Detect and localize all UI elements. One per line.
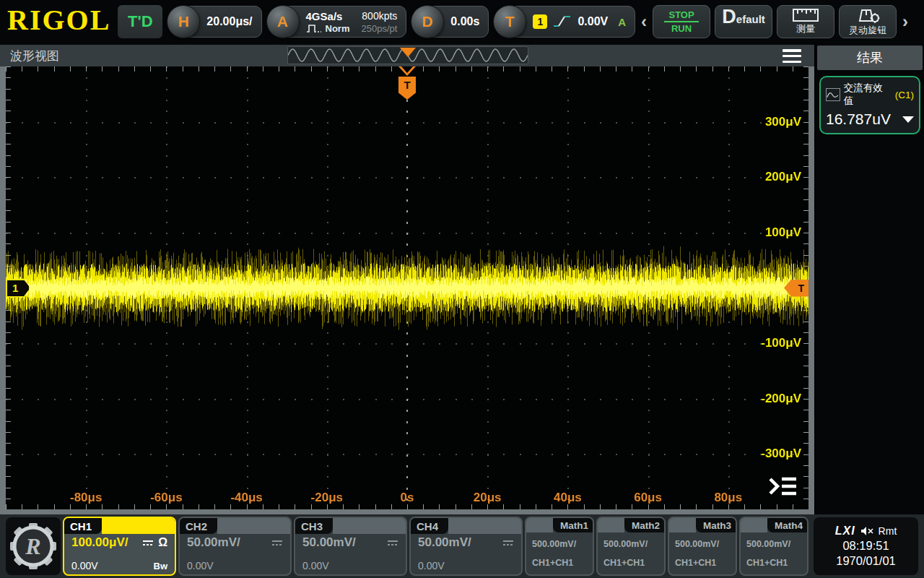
measurement-label: 交流有效值 (844, 82, 892, 108)
ch2-tab: CH2 (180, 518, 217, 534)
acquisition-knob[interactable]: A (266, 5, 300, 38)
math3-tab: Math3 (696, 518, 736, 532)
dc-coupling-icon (387, 538, 398, 547)
measure-label: 测量 (796, 22, 815, 35)
x-axis-label: 20μs (474, 491, 502, 505)
impedance-icon: Ω (158, 536, 167, 549)
math2-scale: 500.00mV/ (603, 539, 658, 549)
lxi-logo: LXI (835, 525, 855, 538)
math2-tab: Math2 (624, 518, 664, 532)
ch4-offset: 0.00V (418, 560, 445, 571)
ch4-scale: 50.00mV/ (418, 535, 471, 550)
channel-card-ch2[interactable]: CH2 50.00mV/ 0.00V (178, 517, 292, 576)
trigger-level-value: 0.00V (578, 15, 608, 28)
ruler-icon (793, 9, 819, 22)
x-axis-label: -80μs (70, 491, 102, 505)
trigger-group: T 1 0.00V A (493, 3, 635, 40)
math2-expression: CH1+CH1 (603, 558, 658, 568)
top-bar: RIGOL T'D H 20.00μs/ A 4GSa/s 800kpts (0, 0, 924, 43)
math1-scale: 500.00mV/ (532, 539, 587, 549)
horizontal-scale-value: 20.00μs/ (206, 15, 252, 28)
remote-indicator: Rmt (879, 525, 897, 537)
gear-icon: R (9, 522, 57, 570)
menu-icon[interactable] (783, 49, 801, 63)
nav-right-chevron[interactable]: › (901, 13, 910, 30)
delay-group: D 0.00s (411, 3, 489, 40)
math-card-math2[interactable]: Math2 500.00mV/ CH1+CH1 (596, 517, 666, 576)
ch1-tab: CH1 (64, 518, 102, 534)
quick-knob-label: 灵动旋钮 (849, 24, 886, 37)
math-card-math4[interactable]: Math4 500.00mV/ CH1+CH1 (739, 517, 808, 576)
knob-icon (855, 7, 880, 23)
trigger-sweep-mode: A (618, 16, 626, 28)
rigol-logo: RIGOL (4, 6, 113, 38)
sample-rate: 4GSa/s (306, 10, 350, 22)
trigger-status-indicator[interactable]: T'D (118, 5, 162, 38)
left-rail (0, 66, 6, 509)
x-axis-label: -20μs (311, 491, 343, 505)
default-button[interactable]: Default (715, 5, 772, 38)
stop-label: STOP (664, 9, 698, 22)
bottom-bar: R CH1 100.00μV/ Ω (0, 514, 924, 578)
x-axis-label: 40μs (554, 491, 582, 505)
channel-card-ch1[interactable]: CH1 100.00μV/ Ω 0.00V Bw (63, 517, 176, 576)
x-axis-label: 0s (401, 491, 414, 505)
ch3-tab: CH3 (295, 518, 333, 534)
right-rail (808, 66, 814, 509)
graticule: 300μV 200μV 100μV -100μV -200μV -300μV -… (0, 66, 814, 514)
y-axis-label: -300μV (761, 447, 801, 461)
resolution: 250ps/pt (361, 23, 397, 34)
math-card-math1[interactable]: Math1 500.00mV/ CH1+CH1 (525, 517, 594, 576)
trigger-pill[interactable]: 1 0.00V A (510, 6, 635, 38)
trigger-flag: T (398, 77, 416, 100)
sound-muted-icon (860, 526, 873, 536)
y-axis-label: 200μV (765, 170, 801, 184)
measurement-value: 16.787uV (826, 111, 891, 128)
channel-card-ch3[interactable]: CH3 50.00mV/ 0.00V (294, 517, 407, 576)
waveform-preview-strip[interactable] (287, 46, 528, 64)
waveform-view-header: 波形视图 (0, 45, 814, 66)
measurement-card[interactable]: 交流有效值(C1) 16.787uV (819, 76, 920, 134)
preview-trigger-position-icon[interactable] (400, 48, 416, 57)
ch2-scale: 50.00mV/ (187, 535, 240, 550)
results-title: 结果 (817, 46, 923, 70)
x-axis-label: 80μs (714, 491, 742, 505)
trigger-position-marker[interactable]: T (398, 66, 417, 100)
measurement-waveform-icon (826, 88, 840, 101)
dropdown-caret-icon[interactable] (902, 116, 914, 123)
measurement-source: (C1) (895, 90, 914, 100)
quick-knob-button[interactable]: 灵动旋钮 (839, 5, 897, 38)
ch3-offset: 0.00V (302, 560, 329, 571)
acquisition-mode: Norm (326, 23, 350, 34)
waveform-view: 波形视图 (0, 43, 814, 514)
y-axis-label: -200μV (761, 392, 801, 406)
pulse-icon (306, 23, 322, 33)
rigol-gear-logo[interactable]: R (6, 517, 61, 575)
svg-text:R: R (25, 533, 40, 559)
math-card-math3[interactable]: Math3 500.00mV/ CH1+CH1 (668, 517, 737, 576)
measure-button[interactable]: 测量 (777, 5, 834, 38)
expand-menu-icon[interactable] (768, 475, 798, 498)
math4-scale: 500.00mV/ (746, 539, 801, 549)
x-axis-label: 60μs (634, 491, 662, 505)
rising-edge-icon (553, 14, 572, 30)
run-stop-button[interactable]: STOP RUN (653, 5, 710, 38)
dc-coupling-icon (142, 538, 154, 547)
channel-card-ch4[interactable]: CH4 50.00mV/ 0.00V (409, 517, 523, 576)
ch1-noise-waveform (6, 66, 808, 509)
delay-value: 0.00s (450, 15, 479, 28)
status-clock-tile[interactable]: LXI Rmt 08:19:51 1970/01/01 (814, 517, 918, 575)
system-date: 1970/01/01 (836, 554, 896, 568)
math1-expression: CH1+CH1 (532, 558, 587, 568)
oscilloscope-screen: RIGOL T'D H 20.00μs/ A 4GSa/s 800kpts (0, 0, 924, 578)
results-panel: 结果 交流有效值(C1) 16.787uV (816, 43, 924, 514)
run-label: RUN (671, 23, 692, 34)
ch4-tab: CH4 (411, 518, 448, 534)
math4-expression: CH1+CH1 (746, 558, 801, 568)
nav-left-chevron[interactable]: ‹ (640, 13, 648, 30)
y-axis-label: 300μV (765, 115, 801, 129)
bottom-rail (0, 509, 814, 514)
waveform-view-title: 波形视图 (10, 48, 59, 64)
plot-area[interactable]: 300μV 200μV 100μV -100μV -200μV -300μV -… (6, 66, 808, 509)
acquisition-pill[interactable]: 4GSa/s 800kpts Norm 250ps/pt (283, 6, 407, 38)
